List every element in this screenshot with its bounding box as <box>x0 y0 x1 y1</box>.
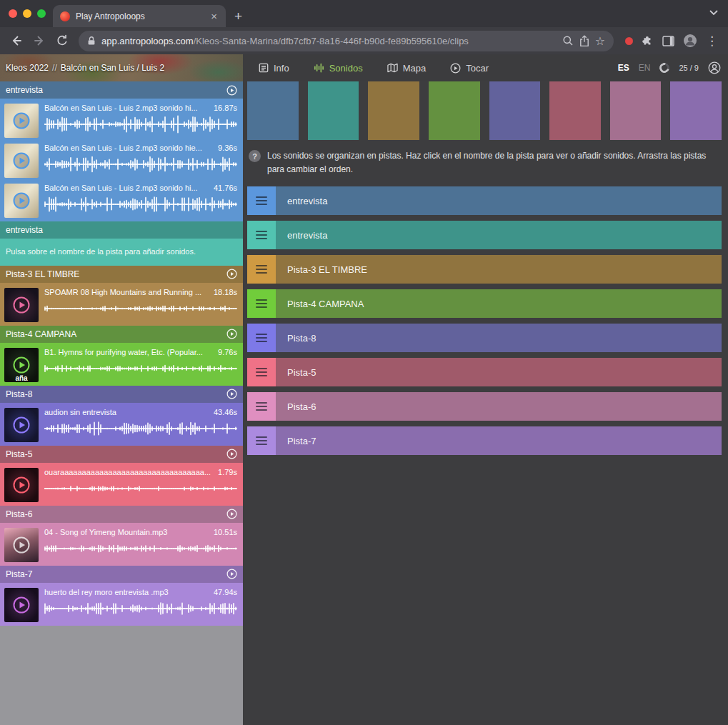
clip-waveform[interactable] <box>44 539 237 558</box>
track-row-body[interactable]: Pista-4 CAMPANA <box>276 289 722 318</box>
track-row-drag-handle[interactable] <box>247 426 276 455</box>
track-play-button[interactable] <box>226 389 237 399</box>
track-row-drag-handle[interactable] <box>247 221 276 249</box>
track-row[interactable]: Pista-8 <box>247 324 722 352</box>
lang-es-button[interactable]: ES <box>618 63 629 73</box>
track-color-swatch[interactable] <box>247 81 299 140</box>
track-row[interactable]: Pista-5 <box>247 358 722 386</box>
track-play-button[interactable] <box>226 509 237 519</box>
ssl-lock-icon[interactable] <box>87 36 96 46</box>
clip-item[interactable]: Balcón en San Luis - Luis 2.mp3 sonido h… <box>0 100 243 140</box>
clip-item[interactable]: Balcón en San Luis - Luis 2.mp3 sonido h… <box>0 140 243 180</box>
track-header[interactable]: entrevista <box>0 221 243 239</box>
track-header[interactable]: Pista-3 EL TIMBRE <box>0 266 243 283</box>
track-header[interactable]: Pista-6 <box>0 506 243 523</box>
lang-en-button[interactable]: EN <box>639 63 651 73</box>
tab-close-icon[interactable]: × <box>209 11 219 21</box>
browser-menu-icon[interactable]: ⋮ <box>706 34 718 49</box>
clip-waveform[interactable] <box>44 155 237 174</box>
track-row-body[interactable]: Pista-8 <box>276 324 722 352</box>
profile-avatar[interactable] <box>683 34 697 48</box>
clip-thumbnail[interactable] <box>4 468 39 502</box>
track-row-body[interactable]: entrevista <box>276 186 722 215</box>
clip-waveform[interactable] <box>44 299 237 318</box>
track-row[interactable]: Pista-6 <box>247 392 722 421</box>
clip-waveform[interactable] <box>44 359 237 378</box>
clip-thumbnail[interactable] <box>4 588 39 622</box>
minimize-window-button[interactable] <box>23 9 31 18</box>
close-window-button[interactable] <box>9 9 17 18</box>
track-row-body[interactable]: Pista-6 <box>276 392 722 421</box>
recording-extension-icon[interactable] <box>625 37 633 45</box>
clip-item[interactable]: ouaraaaaaaaaaaaaaaaaaaaaaaaaaaaaaaaaa...… <box>0 464 243 504</box>
track-color-swatch[interactable] <box>610 81 662 140</box>
track-row-body[interactable]: Pista-3 EL TIMBRE <box>276 255 722 284</box>
track-row[interactable]: Pista-7 <box>247 426 722 455</box>
track-color-swatch[interactable] <box>368 81 419 140</box>
nav-info[interactable]: Info <box>259 63 289 74</box>
clip-thumbnail[interactable]: aña <box>4 348 39 382</box>
track-row-drag-handle[interactable] <box>247 289 276 318</box>
track-play-button[interactable] <box>226 329 237 339</box>
clip-thumbnail[interactable] <box>4 104 39 138</box>
track-row-drag-handle[interactable] <box>247 324 276 352</box>
reload-button[interactable] <box>51 30 73 51</box>
clip-item[interactable]: aña B1. Hymns for purifying water, Etc. … <box>0 344 243 384</box>
clip-item[interactable]: SPOAMR 08 High Mountains and Running ...… <box>0 284 243 324</box>
project-banner[interactable]: Kleos 2022 // Balcón en San Luis / Luis … <box>0 54 243 81</box>
bookmark-star-icon[interactable]: ☆ <box>595 34 605 48</box>
clip-item[interactable]: 04 - Song of Yimeng Mountain.mp3 10.51s <box>0 524 243 564</box>
clip-thumbnail[interactable] <box>4 184 39 218</box>
track-play-button[interactable] <box>226 569 237 579</box>
clip-thumbnail[interactable] <box>4 528 39 562</box>
clip-thumbnail[interactable] <box>4 408 39 442</box>
new-tab-button[interactable]: + <box>234 9 242 23</box>
track-color-swatch[interactable] <box>670 81 722 140</box>
track-row-body[interactable]: Pista-7 <box>276 426 722 455</box>
track-row-drag-handle[interactable] <box>247 186 276 215</box>
clip-waveform[interactable] <box>44 479 237 498</box>
track-play-button[interactable] <box>226 449 237 459</box>
track-header[interactable]: Pista-7 <box>0 566 243 583</box>
clip-item[interactable]: Balcón en San Luis - Luis 2.mp3 sonido h… <box>0 180 243 220</box>
track-header[interactable]: Pista-8 <box>0 386 243 403</box>
track-row[interactable]: Pista-4 CAMPANA <box>247 289 722 318</box>
track-header[interactable]: entrevista <box>0 81 243 99</box>
track-row-drag-handle[interactable] <box>247 392 276 421</box>
track-color-swatch[interactable] <box>549 81 601 140</box>
track-play-button[interactable] <box>226 269 237 279</box>
track-row[interactable]: entrevista <box>247 186 722 215</box>
extensions-puzzle-icon[interactable] <box>642 35 654 47</box>
clip-waveform[interactable] <box>44 115 237 134</box>
share-icon[interactable] <box>579 35 589 47</box>
track-row-drag-handle[interactable] <box>247 255 276 284</box>
clip-waveform[interactable] <box>44 419 237 438</box>
track-color-swatch[interactable] <box>429 81 480 140</box>
track-color-swatch[interactable] <box>489 81 541 140</box>
clip-item[interactable]: audion sin entrevista 43.46s <box>0 404 243 444</box>
nav-tocar[interactable]: Tocar <box>450 63 489 74</box>
zoom-icon[interactable] <box>562 35 574 46</box>
track-header[interactable]: Pista-5 <box>0 446 243 463</box>
side-panel-icon[interactable] <box>662 36 674 46</box>
track-row[interactable]: Pista-3 EL TIMBRE <box>247 255 722 284</box>
track-row[interactable]: entrevista <box>247 221 722 249</box>
clip-item[interactable]: huerto del rey moro entrevista .mp3 47.9… <box>0 584 243 624</box>
user-account-icon[interactable] <box>708 61 721 74</box>
clip-waveform[interactable] <box>44 195 237 214</box>
clip-waveform[interactable] <box>44 599 237 618</box>
address-bar[interactable]: app.antropoloops.com/Kleos-Santa-Marina/… <box>79 31 614 51</box>
tab-search-chevron-icon[interactable] <box>709 6 718 19</box>
track-row-drag-handle[interactable] <box>247 358 276 386</box>
fullscreen-window-button[interactable] <box>37 9 46 18</box>
back-button[interactable] <box>6 30 27 51</box>
track-play-button[interactable] <box>226 85 237 96</box>
track-header[interactable]: Pista-4 CAMPANA <box>0 326 243 343</box>
forward-button[interactable] <box>29 30 50 51</box>
clip-thumbnail[interactable] <box>4 288 39 322</box>
track-row-body[interactable]: Pista-5 <box>276 358 722 386</box>
browser-tab[interactable]: Play Antropoloops × <box>53 5 226 27</box>
clip-thumbnail[interactable] <box>4 144 39 178</box>
nav-mapa[interactable]: Mapa <box>387 63 427 74</box>
track-color-swatch[interactable] <box>308 81 359 140</box>
